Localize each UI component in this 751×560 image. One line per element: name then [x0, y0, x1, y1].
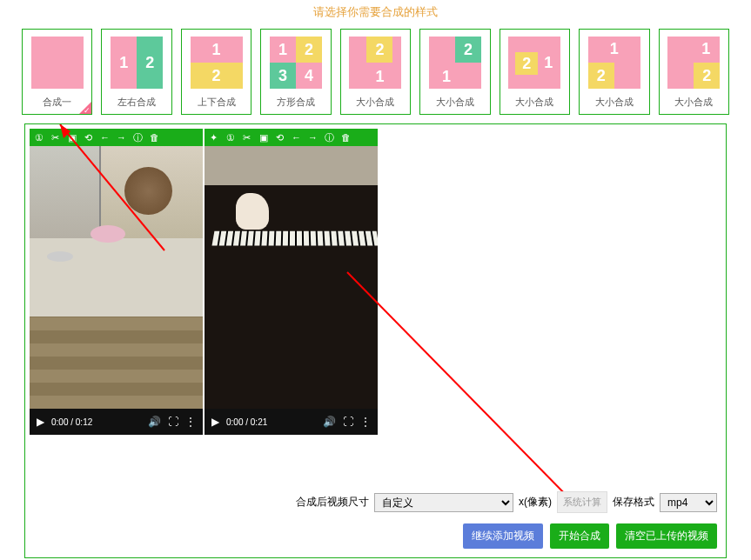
- tool-btn-2[interactable]: ▣: [64, 130, 79, 145]
- video-controls: ▶0:00 / 0:12🔊⛶⋮: [30, 409, 203, 435]
- fullscreen-icon[interactable]: ⛶: [343, 416, 353, 428]
- template-preview: 12: [191, 37, 243, 89]
- video-area: ①✂▣⟲←→ⓘ🗑▶0:00 / 0:12🔊⛶⋮✦①✂▣⟲←→ⓘ🗑▶0:00 / …: [30, 129, 721, 435]
- video-box-0: ①✂▣⟲←→ⓘ🗑▶0:00 / 0:12🔊⛶⋮: [30, 129, 203, 435]
- template-cell: 2: [296, 37, 322, 63]
- template-cell: 4: [296, 63, 322, 89]
- template-label: 大小合成: [356, 96, 394, 109]
- template-label: 大小合成: [436, 96, 474, 109]
- size-select[interactable]: 自定义: [374, 493, 513, 512]
- template-label: 方形合成: [277, 96, 315, 109]
- template-card-1[interactable]: 12左右合成: [101, 29, 171, 115]
- template-label: 大小合成: [595, 96, 634, 109]
- template-card-8[interactable]: 21大小合成: [659, 29, 729, 115]
- tool-btn-3[interactable]: ▣: [256, 130, 271, 145]
- tool-btn-2[interactable]: ✂: [239, 130, 254, 145]
- template-cell: 2: [694, 63, 720, 89]
- template-cell: 1: [270, 37, 296, 63]
- more-icon[interactable]: ⋮: [185, 416, 196, 428]
- save-format-select[interactable]: mp4: [660, 493, 717, 512]
- template-label: 上下合成: [198, 96, 236, 109]
- tool-btn-1[interactable]: ✂: [48, 130, 63, 145]
- template-cell: [31, 37, 84, 89]
- add-video-button[interactable]: 继续添加视频: [463, 523, 543, 549]
- tool-btn-0[interactable]: ✦: [206, 130, 221, 145]
- tool-btn-7[interactable]: 🗑: [147, 130, 162, 145]
- template-label: 大小合成: [674, 96, 713, 109]
- template-cell: 2: [366, 37, 392, 63]
- more-icon[interactable]: ⋮: [360, 416, 371, 428]
- template-cell: 1: [111, 37, 137, 89]
- tool-btn-6[interactable]: ⓘ: [131, 130, 145, 145]
- template-cell: 2: [515, 52, 538, 75]
- tool-btn-0[interactable]: ①: [31, 130, 46, 145]
- template-card-0[interactable]: 合成一: [22, 29, 92, 115]
- save-format-label: 保存格式: [613, 495, 654, 510]
- main-panel: ①✂▣⟲←→ⓘ🗑▶0:00 / 0:12🔊⛶⋮✦①✂▣⟲←→ⓘ🗑▶0:00 / …: [24, 123, 727, 558]
- template-cell: 2: [191, 63, 243, 89]
- template-row: 合成一12左右合成12上下合成1234方形合成21大小合成21大小合成21大小合…: [0, 29, 751, 115]
- tool-btn-5[interactable]: →: [114, 130, 129, 145]
- template-cell: 2: [455, 37, 481, 63]
- video-box-1: ✦①✂▣⟲←→ⓘ🗑▶0:00 / 0:21🔊⛶⋮: [205, 129, 378, 435]
- template-label: 左右合成: [117, 96, 156, 109]
- tool-btn-7[interactable]: ⓘ: [322, 130, 337, 145]
- template-card-2[interactable]: 12上下合成: [181, 29, 251, 115]
- template-cell: 1: [606, 40, 623, 57]
- template-cell: 1: [697, 40, 714, 57]
- sys-calc-button[interactable]: 系统计算: [557, 491, 607, 513]
- template-preview: 1234: [270, 37, 322, 89]
- template-preview: 21: [429, 37, 481, 89]
- template-preview: 12: [111, 37, 163, 89]
- volume-icon[interactable]: 🔊: [323, 416, 336, 428]
- tool-btn-5[interactable]: ←: [289, 130, 304, 145]
- tool-btn-1[interactable]: ①: [223, 130, 238, 145]
- play-icon[interactable]: ▶: [37, 416, 44, 428]
- tool-btn-3[interactable]: ⟲: [81, 130, 96, 145]
- px-label: x(像素): [519, 495, 552, 510]
- video-controls: ▶0:00 / 0:21🔊⛶⋮: [205, 409, 378, 435]
- template-cell: 3: [270, 63, 296, 89]
- tool-btn-4[interactable]: ⟲: [272, 130, 287, 145]
- volume-icon[interactable]: 🔊: [148, 416, 161, 428]
- template-preview: 21: [588, 37, 640, 89]
- video-content[interactable]: [30, 146, 203, 409]
- tool-btn-8[interactable]: 🗑: [339, 130, 353, 145]
- template-cell: 1: [371, 68, 388, 85]
- time-display: 0:00 / 0:21: [226, 417, 316, 427]
- template-preview: [31, 37, 84, 89]
- template-label: 合成一: [43, 96, 71, 109]
- time-display: 0:00 / 0:12: [51, 417, 141, 427]
- header-title: 请选择你需要合成的样式: [0, 0, 751, 29]
- clear-videos-button[interactable]: 清空已上传的视频: [616, 523, 717, 549]
- template-card-3[interactable]: 1234方形合成: [260, 29, 331, 115]
- template-cell: 1: [438, 68, 455, 85]
- tool-btn-6[interactable]: →: [305, 130, 320, 145]
- video-toolbar: ✦①✂▣⟲←→ⓘ🗑: [205, 129, 378, 146]
- template-cell: 1: [191, 37, 243, 63]
- template-card-7[interactable]: 21大小合成: [579, 29, 649, 115]
- template-preview: 21: [508, 37, 560, 89]
- template-preview: 21: [667, 37, 720, 89]
- tool-btn-4[interactable]: ←: [97, 130, 112, 145]
- template-label: 大小合成: [515, 96, 553, 109]
- template-cell: 2: [137, 37, 163, 89]
- template-card-6[interactable]: 21大小合成: [500, 29, 570, 115]
- template-cell: 2: [588, 63, 614, 89]
- start-compose-button[interactable]: 开始合成: [550, 523, 609, 549]
- controls-row2: 继续添加视频 开始合成 清空已上传的视频: [34, 523, 717, 549]
- size-label: 合成后视频尺寸: [296, 495, 369, 510]
- video-content[interactable]: [205, 146, 378, 409]
- fullscreen-icon[interactable]: ⛶: [168, 416, 178, 428]
- template-cell: 1: [541, 56, 555, 70]
- controls-row1: 合成后视频尺寸 自定义 x(像素) 系统计算 保存格式 mp4: [34, 491, 717, 513]
- template-card-5[interactable]: 21大小合成: [419, 29, 490, 115]
- video-toolbar: ①✂▣⟲←→ⓘ🗑: [30, 129, 203, 146]
- template-card-4[interactable]: 21大小合成: [340, 29, 411, 115]
- play-icon[interactable]: ▶: [211, 416, 219, 428]
- template-preview: 21: [349, 37, 401, 89]
- bottom-controls: 合成后视频尺寸 自定义 x(像素) 系统计算 保存格式 mp4 继续添加视频 开…: [34, 491, 717, 549]
